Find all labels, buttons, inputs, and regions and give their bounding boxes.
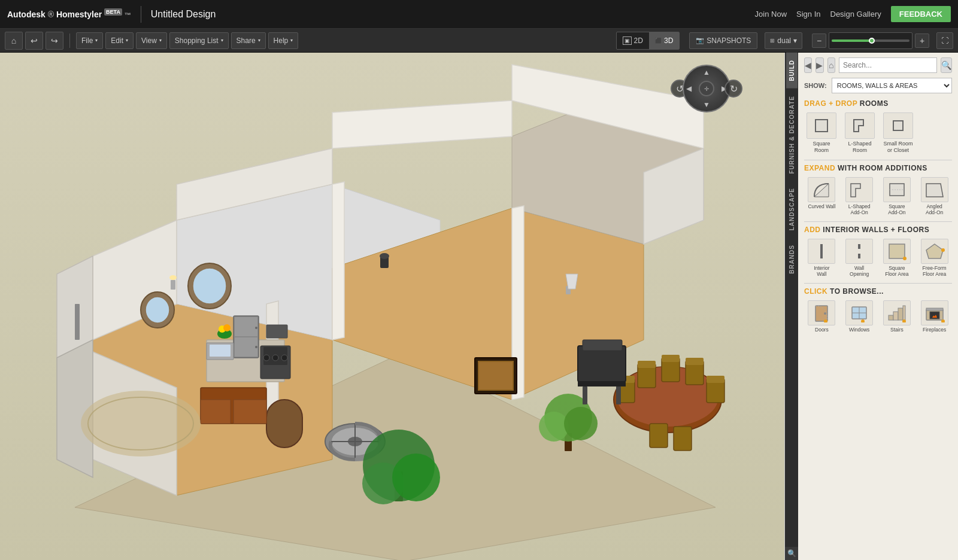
nav-up[interactable]: ▲ — [703, 68, 710, 77]
show-dropdown[interactable]: ROOMS, WALLS & AREAS — [832, 78, 952, 93]
square-room-label: SquareRoom — [813, 141, 830, 154]
square-floor-item[interactable]: SquareFloor Area — [880, 239, 915, 277]
square-floor-label: SquareFloor Area — [885, 265, 908, 277]
svg-rect-107 — [893, 312, 898, 320]
view-2d-button[interactable]: ▣ 2D — [617, 32, 649, 49]
l-shaped-room-item[interactable]: L-ShapedRoom — [842, 112, 877, 154]
zoom-in-button[interactable]: + — [915, 34, 929, 48]
home-button[interactable]: ⌂ — [5, 32, 23, 50]
zoom-slider[interactable] — [829, 32, 912, 49]
divider-2 — [804, 221, 952, 222]
interior-wall-label: InteriorWall — [814, 265, 829, 277]
zoom-thumb[interactable] — [869, 38, 875, 44]
angled-addon-item[interactable]: AngledAdd-On — [917, 177, 952, 215]
share-menu[interactable]: Share ▾ — [231, 32, 266, 49]
sidebar-search-icon[interactable]: 🔍 — [785, 547, 798, 560]
svg-point-77 — [380, 253, 389, 259]
svg-rect-68 — [707, 376, 724, 383]
svg-rect-73 — [578, 382, 626, 386]
sign-in-link[interactable]: Sign In — [796, 10, 820, 19]
svg-point-22 — [169, 275, 177, 280]
fireplaces-label: Fireplaces — [923, 327, 946, 333]
fireplaces-icon — [921, 300, 948, 325]
nav-left[interactable]: ◀ — [686, 84, 692, 93]
sidebar-tab-build[interactable]: BUILD — [786, 53, 798, 89]
sidebar-search-submit[interactable]: 🔍 — [941, 57, 952, 73]
svg-rect-106 — [889, 315, 893, 320]
zoom-fill — [832, 39, 871, 42]
zoom-out-button[interactable]: − — [812, 34, 826, 48]
autodesk-text: Autodesk — [7, 10, 46, 19]
svg-point-96 — [903, 257, 907, 260]
fireplaces-item[interactable]: Fireplaces — [917, 300, 952, 333]
svg-point-83 — [81, 391, 201, 456]
square-addon-item[interactable]: SquareAdd-On — [880, 177, 915, 215]
doors-item[interactable]: Doors — [804, 300, 839, 333]
sidebar-forward-button[interactable]: ▶ — [815, 57, 823, 73]
expand-rooms-grid: Curved Wall L-ShapedAdd-On — [804, 177, 952, 215]
small-room-icon — [883, 112, 913, 139]
snapshots-button[interactable]: 📷 SNAPSHOTS — [689, 32, 757, 49]
interior-wall-item[interactable]: InteriorWall — [804, 239, 839, 277]
help-menu[interactable]: Help ▾ — [268, 32, 299, 49]
viewport[interactable]: ↺ ▲ ▼ ◀ ▶ ✛ ↻ — [0, 53, 784, 560]
sidebar-tab-brands[interactable]: BRANDS — [786, 238, 798, 281]
header-divider — [141, 6, 141, 23]
nav-down[interactable]: ▼ — [703, 101, 710, 109]
svg-point-30 — [263, 355, 269, 361]
feedback-button[interactable]: FEEDBACK — [891, 6, 951, 22]
shopping-list-menu[interactable]: Shopping List ▾ — [169, 32, 229, 49]
sidebar-back-button[interactable]: ◀ — [804, 57, 812, 73]
nav-control[interactable]: ↺ ▲ ▼ ◀ ▶ ✛ ↻ — [671, 65, 742, 112]
click-browse-grid: Doors Windows — [804, 300, 952, 333]
sidebar-search-input[interactable] — [839, 57, 937, 73]
curved-wall-icon — [808, 177, 835, 202]
svg-point-56 — [564, 407, 598, 440]
help-arrow: ▾ — [290, 38, 293, 43]
redo-button[interactable]: ↪ — [46, 32, 63, 50]
view-menu[interactable]: View ▾ — [136, 32, 167, 49]
join-now-link[interactable]: Join Now — [755, 10, 787, 19]
nav-center[interactable]: ✛ — [699, 81, 714, 96]
square-floor-icon — [883, 239, 911, 264]
square-room-item[interactable]: SquareRoom — [804, 112, 839, 154]
angled-addon-label: AngledAdd-On — [926, 203, 943, 215]
file-arrow: ▾ — [95, 38, 98, 43]
sidebar-home-button[interactable]: ⌂ — [827, 57, 835, 73]
angled-addon-icon — [921, 177, 948, 202]
svg-point-52 — [392, 454, 440, 501]
svg-marker-8 — [332, 101, 512, 148]
view-arrow: ▾ — [159, 38, 162, 43]
interior-walls-suffix: INTERIOR WALLS + FLOORS — [823, 226, 929, 234]
file-menu[interactable]: File ▾ — [76, 32, 103, 49]
click-browse-prefix: CLICK — [804, 287, 827, 296]
wall-opening-item[interactable]: WallOpening — [842, 239, 877, 277]
svg-rect-16 — [75, 304, 80, 340]
freeform-floor-item[interactable]: Free-FormFloor Area — [917, 239, 952, 277]
view-3d-button[interactable]: ⬛ 3D — [649, 32, 679, 49]
dual-button[interactable]: ⊞ dual ▾ — [765, 32, 802, 49]
top-header: Autodesk ® Homestyler BETA ™ Untitled De… — [0, 0, 958, 29]
divider-3 — [804, 283, 952, 284]
l-shaped-addon-item[interactable]: L-ShapedAdd-On — [842, 177, 877, 215]
edit-menu[interactable]: Edit ▾ — [105, 32, 134, 49]
design-gallery-link[interactable]: Design Gallery — [830, 10, 881, 19]
stairs-item[interactable]: Stairs — [880, 300, 915, 333]
svg-rect-74 — [583, 386, 587, 404]
svg-rect-70 — [674, 427, 692, 451]
windows-item[interactable]: Windows — [842, 300, 877, 333]
toolbar-separator-1 — [69, 34, 70, 48]
sidebar-build-content: ◀ ▶ ⌂ 🔍 SHOW: ROOMS, WALLS & AREAS DRAG … — [798, 53, 958, 560]
sidebar-tab-landscape[interactable]: LANDSCAPE — [786, 181, 798, 238]
mode-2d-label: 2D — [634, 36, 643, 45]
svg-point-20 — [193, 268, 226, 304]
sidebar-tab-furnish[interactable]: FURNISH & DECORATE — [786, 89, 798, 181]
curved-wall-item[interactable]: Curved Wall — [804, 177, 839, 215]
small-room-item[interactable]: Small Roomor Closet — [881, 112, 915, 154]
fullscreen-button[interactable]: ⛶ — [936, 32, 953, 49]
shopping-list-label: Shopping List — [175, 36, 219, 45]
rotate-right-button[interactable]: ↻ — [724, 80, 742, 98]
house-scene — [0, 53, 784, 560]
svg-rect-113 — [926, 308, 943, 311]
undo-button[interactable]: ↩ — [25, 32, 43, 50]
